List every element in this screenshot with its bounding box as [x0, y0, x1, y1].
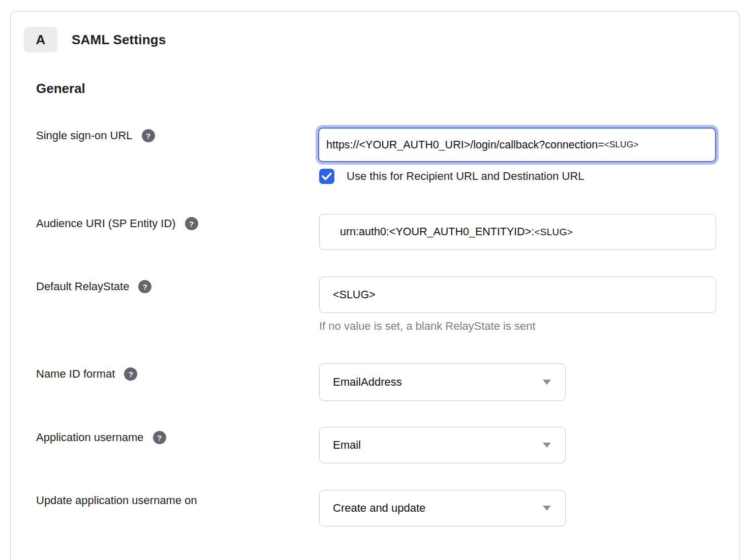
- chevron-down-icon: [543, 506, 551, 511]
- relay-state-label-text: Default RelayState: [36, 280, 129, 293]
- sso-url-input[interactable]: https://<YOUR_AUTH0_URI>/login/callback?…: [318, 128, 716, 162]
- update-app-username-select-value: Create and update: [333, 502, 543, 515]
- chevron-down-icon: [543, 380, 551, 385]
- name-id-format-label-text: Name ID format: [36, 367, 115, 381]
- saml-settings-page: A SAML Settings General Single sign-on U…: [0, 0, 743, 560]
- app-username-label-text: Application username: [36, 431, 144, 444]
- audience-uri-label: Audience URI (SP Entity ID) ?: [36, 217, 198, 230]
- checkmark-icon: [322, 172, 332, 180]
- name-id-format-select-value: EmailAddress: [333, 376, 543, 389]
- app-username-select-value: Email: [333, 439, 543, 452]
- audience-uri-input[interactable]: urn:auth0:<YOUR_AUTH0_ENTITYID>:<SLUG>: [319, 214, 716, 250]
- sso-url-label-text: Single sign-on URL: [36, 129, 133, 142]
- relay-state-input[interactable]: <SLUG>: [319, 276, 716, 313]
- recipient-url-checkbox-label: Use this for Recipient URL and Destinati…: [347, 170, 584, 183]
- update-app-username-select[interactable]: Create and update: [319, 490, 566, 526]
- app-username-help-icon[interactable]: ?: [153, 431, 166, 444]
- name-id-format-label: Name ID format ?: [36, 367, 137, 381]
- relay-state-input-value: <SLUG>: [333, 289, 376, 301]
- recipient-url-checkbox-row: Use this for Recipient URL and Destinati…: [319, 169, 584, 184]
- chevron-down-icon: [543, 443, 551, 448]
- update-app-username-label: Update application username on: [36, 494, 197, 507]
- recipient-url-checkbox[interactable]: [319, 169, 334, 184]
- audience-uri-input-slug: <SLUG>: [534, 227, 573, 238]
- audience-uri-input-value: urn:auth0:<YOUR_AUTH0_ENTITYID>:: [340, 226, 534, 238]
- relay-state-label: Default RelayState ?: [36, 280, 151, 293]
- relay-state-hint: If no value is set, a blank RelayState i…: [319, 320, 536, 333]
- section-badge-a: A: [24, 27, 57, 52]
- page-title: SAML Settings: [72, 32, 166, 48]
- sso-url-input-slug: <SLUG>: [604, 140, 639, 150]
- update-app-username-label-text: Update application username on: [36, 494, 197, 507]
- general-section-heading: General: [36, 81, 85, 97]
- relay-state-help-icon[interactable]: ?: [138, 280, 151, 293]
- saml-settings-card: A SAML Settings General Single sign-on U…: [10, 11, 740, 560]
- audience-uri-help-icon[interactable]: ?: [185, 217, 198, 230]
- name-id-format-help-icon[interactable]: ?: [124, 367, 137, 381]
- name-id-format-select[interactable]: EmailAddress: [319, 363, 566, 401]
- audience-uri-label-text: Audience URI (SP Entity ID): [36, 217, 176, 230]
- sso-url-help-icon[interactable]: ?: [142, 129, 155, 142]
- app-username-select[interactable]: Email: [319, 427, 566, 463]
- app-username-label: Application username ?: [36, 431, 166, 444]
- sso-url-input-value: https://<YOUR_AUTH0_URI>/login/callback?…: [326, 139, 604, 151]
- sso-url-label: Single sign-on URL ?: [36, 129, 155, 142]
